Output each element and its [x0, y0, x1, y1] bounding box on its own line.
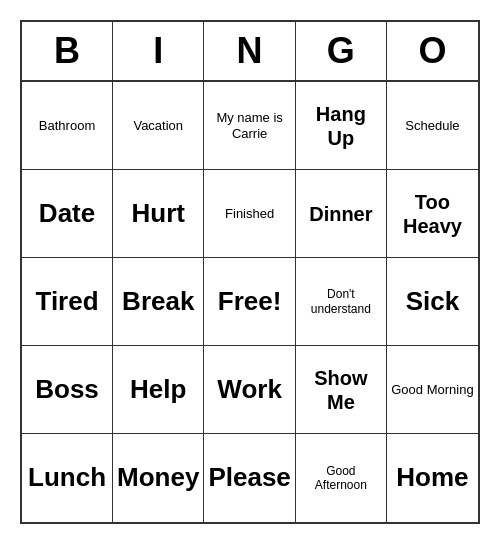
- bingo-card: BINGO BathroomVacationMy name is CarrieH…: [20, 20, 480, 524]
- cell-text: Good Afternoon: [300, 464, 382, 493]
- cell-text: Good Morning: [391, 382, 473, 398]
- bingo-header: BINGO: [22, 22, 478, 82]
- cell-text: Help: [130, 374, 186, 405]
- bingo-cell: Free!: [204, 258, 295, 346]
- cell-text: Please: [208, 462, 290, 493]
- bingo-cell: Finished: [204, 170, 295, 258]
- cell-text: Too Heavy: [391, 190, 474, 238]
- bingo-cell: Vacation: [113, 82, 204, 170]
- cell-text: Finished: [225, 206, 274, 222]
- header-letter: N: [204, 22, 295, 80]
- bingo-cell: Date: [22, 170, 113, 258]
- bingo-cell: Please: [204, 434, 295, 522]
- bingo-cell: Help: [113, 346, 204, 434]
- bingo-cell: Dinner: [296, 170, 387, 258]
- bingo-cell: Home: [387, 434, 478, 522]
- cell-text: Tired: [35, 286, 98, 317]
- bingo-cell: Too Heavy: [387, 170, 478, 258]
- bingo-cell: Schedule: [387, 82, 478, 170]
- cell-text: Home: [396, 462, 468, 493]
- bingo-cell: Bathroom: [22, 82, 113, 170]
- bingo-cell: Work: [204, 346, 295, 434]
- cell-text: Break: [122, 286, 194, 317]
- cell-text: Free!: [218, 286, 282, 317]
- cell-text: Vacation: [133, 118, 183, 134]
- cell-text: Lunch: [28, 462, 106, 493]
- cell-text: Money: [117, 462, 199, 493]
- cell-text: Bathroom: [39, 118, 95, 134]
- bingo-cell: Don't understand: [296, 258, 387, 346]
- cell-text: Date: [39, 198, 95, 229]
- bingo-cell: Good Afternoon: [296, 434, 387, 522]
- cell-text: Hang Up: [300, 102, 382, 150]
- cell-text: Show Me: [300, 366, 382, 414]
- bingo-cell: Good Morning: [387, 346, 478, 434]
- bingo-cell: Money: [113, 434, 204, 522]
- header-letter: B: [22, 22, 113, 80]
- bingo-grid: BathroomVacationMy name is CarrieHang Up…: [22, 82, 478, 522]
- bingo-cell: Show Me: [296, 346, 387, 434]
- cell-text: Dinner: [309, 202, 372, 226]
- cell-text: Schedule: [405, 118, 459, 134]
- bingo-cell: Hurt: [113, 170, 204, 258]
- header-letter: I: [113, 22, 204, 80]
- cell-text: Hurt: [132, 198, 185, 229]
- bingo-cell: Break: [113, 258, 204, 346]
- bingo-cell: Boss: [22, 346, 113, 434]
- cell-text: Sick: [406, 286, 460, 317]
- bingo-cell: Lunch: [22, 434, 113, 522]
- bingo-cell: My name is Carrie: [204, 82, 295, 170]
- header-letter: G: [296, 22, 387, 80]
- cell-text: Don't understand: [300, 287, 382, 316]
- bingo-cell: Sick: [387, 258, 478, 346]
- bingo-cell: Hang Up: [296, 82, 387, 170]
- cell-text: Boss: [35, 374, 99, 405]
- cell-text: Work: [217, 374, 282, 405]
- header-letter: O: [387, 22, 478, 80]
- cell-text: My name is Carrie: [208, 110, 290, 141]
- bingo-cell: Tired: [22, 258, 113, 346]
